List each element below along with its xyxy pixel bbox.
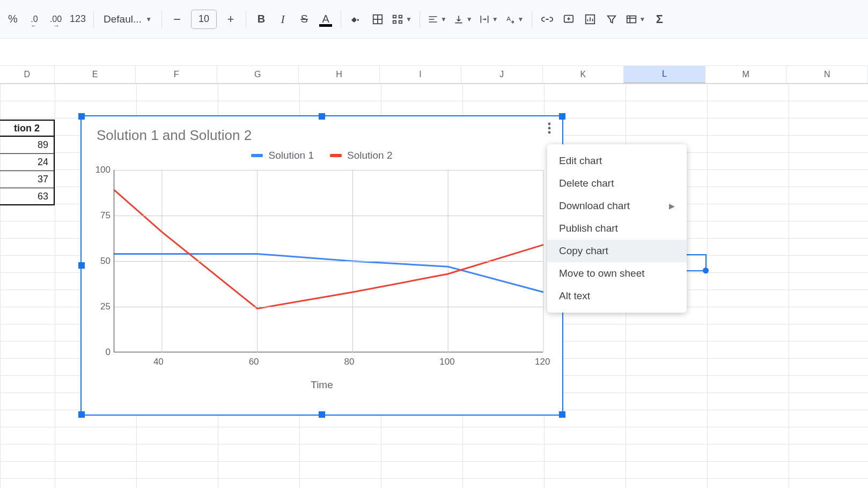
legend-swatch — [330, 154, 342, 157]
bold-button[interactable]: B — [251, 9, 272, 30]
chart-x-axis-label: Time — [311, 379, 333, 391]
percent-label: % — [8, 13, 18, 25]
align-left-icon — [428, 14, 438, 25]
ctx-item-alt-text[interactable]: Alt text — [547, 285, 687, 307]
chart-title: Solution 1 and Solution 2 — [97, 127, 252, 144]
increase-font-size-button[interactable]: + — [220, 9, 241, 30]
x-tick-label: 40 — [153, 357, 164, 367]
y-tick-label: 75 — [92, 210, 111, 221]
column-header-n[interactable]: N — [786, 66, 868, 83]
partial-cell[interactable]: 89 — [0, 137, 55, 154]
merge-icon — [392, 13, 403, 25]
font-size-input[interactable]: 10 — [191, 10, 217, 29]
insert-comment-button[interactable] — [558, 9, 579, 30]
chevron-right-icon: ▶ — [669, 202, 675, 210]
column-header-f[interactable]: F — [136, 66, 217, 83]
vertical-align-button[interactable]: ▼ — [450, 9, 476, 30]
svg-point-7 — [548, 123, 551, 125]
percent-format-button[interactable]: % — [2, 9, 24, 30]
filter-views-button[interactable]: ▼ — [622, 9, 649, 30]
column-header-j[interactable]: J — [461, 66, 543, 83]
paint-bucket-icon — [349, 13, 361, 25]
borders-icon — [372, 13, 384, 25]
text-rotation-button[interactable]: A ▼ — [502, 9, 527, 30]
borders-button[interactable] — [367, 9, 388, 30]
decrease-decimal-button[interactable]: .0 ← — [24, 9, 45, 30]
partial-cell[interactable]: 63 — [0, 188, 55, 205]
chart-more-options-button[interactable] — [542, 121, 557, 136]
svg-point-8 — [548, 127, 551, 130]
ctx-item-publish-chart[interactable]: Publish chart — [547, 217, 687, 240]
partial-cell[interactable]: 24 — [0, 154, 55, 171]
font-family-label: Defaul... — [104, 13, 142, 25]
y-tick-label: 25 — [92, 301, 111, 312]
table-view-icon — [626, 13, 637, 25]
svg-point-9 — [548, 131, 551, 134]
column-header-e[interactable]: E — [55, 66, 136, 83]
chevron-down-icon: ▼ — [518, 16, 524, 23]
ctx-item-download-chart[interactable]: Download chart▶ — [547, 195, 687, 217]
x-tick-label: 80 — [344, 357, 354, 367]
column-header-k[interactable]: K — [543, 66, 624, 83]
series-line — [114, 190, 543, 308]
strikethrough-button[interactable]: S — [293, 9, 315, 30]
chart-icon — [584, 13, 596, 25]
x-tick-label: 60 — [249, 357, 259, 367]
y-tick-label: 100 — [92, 165, 111, 175]
filter-icon — [606, 13, 617, 25]
partial-column-header[interactable]: tion 2 — [0, 120, 55, 137]
series-line — [114, 254, 543, 292]
column-header-i[interactable]: I — [380, 66, 461, 83]
ctx-item-copy-chart[interactable]: Copy chart — [547, 240, 687, 262]
ctx-item-edit-chart[interactable]: Edit chart — [547, 150, 687, 172]
wrap-icon — [479, 14, 490, 25]
comment-plus-icon — [563, 13, 575, 25]
ctx-item-move-to-own-sheet[interactable]: Move to own sheet — [547, 262, 687, 285]
kebab-icon — [548, 122, 551, 134]
svg-rect-6 — [627, 16, 636, 23]
fill-color-button[interactable] — [345, 9, 367, 30]
chevron-down-icon: ▼ — [145, 16, 152, 23]
partial-cell[interactable]: 37 — [0, 171, 55, 188]
increase-decimal-button[interactable]: .00 → — [45, 9, 67, 30]
insert-chart-button[interactable] — [579, 9, 601, 30]
column-header-m[interactable]: M — [705, 66, 787, 83]
column-header-l[interactable]: L — [624, 66, 705, 83]
legend-item-solution-1[interactable]: Solution 1 — [251, 150, 314, 161]
rotate-text-icon: A — [505, 14, 516, 25]
text-wrap-button[interactable]: ▼ — [476, 9, 502, 30]
italic-button[interactable]: I — [272, 9, 293, 30]
x-tick-label: 120 — [535, 357, 550, 367]
column-header-g[interactable]: G — [217, 66, 299, 83]
ctx-item-delete-chart[interactable]: Delete chart — [547, 172, 687, 195]
filter-button[interactable] — [601, 9, 622, 30]
legend-swatch — [251, 154, 263, 157]
chevron-down-icon: ▼ — [406, 16, 412, 23]
valign-bottom-icon — [453, 14, 464, 25]
merge-cells-button[interactable]: ▼ — [388, 9, 415, 30]
chart-context-menu: Edit chartDelete chartDownload chart▶Pub… — [547, 144, 687, 313]
chart-container[interactable]: Solution 1 and Solution 2 Solution 1 Sol… — [80, 115, 563, 416]
legend-item-solution-2[interactable]: Solution 2 — [330, 150, 393, 161]
chevron-down-icon: ▼ — [466, 16, 473, 23]
chart-legend: Solution 1 Solution 2 — [82, 150, 562, 161]
insert-link-button[interactable] — [536, 9, 558, 30]
svg-text:A: A — [506, 15, 511, 22]
chevron-down-icon: ▼ — [492, 16, 498, 23]
column-header-row: DEFGHIJKLMN — [0, 65, 868, 84]
toolbar: % .0 ← .00 → 123 Defaul... ▼ − 10 + B I … — [0, 0, 868, 39]
chart-plot-area — [114, 170, 543, 352]
column-header-d[interactable]: D — [0, 66, 55, 83]
functions-button[interactable]: Σ — [649, 9, 670, 30]
decrease-font-size-button[interactable]: − — [166, 9, 188, 30]
number-format-button[interactable]: 123 — [67, 9, 89, 30]
chevron-down-icon: ▼ — [440, 16, 447, 23]
column-header-h[interactable]: H — [299, 66, 380, 83]
chevron-down-icon: ▼ — [639, 16, 646, 23]
x-tick-label: 100 — [439, 357, 454, 367]
y-tick-label: 50 — [92, 256, 111, 267]
horizontal-align-button[interactable]: ▼ — [424, 9, 450, 30]
y-tick-label: 0 — [92, 347, 111, 358]
text-color-button[interactable]: A — [315, 9, 336, 30]
font-family-select[interactable]: Defaul... ▼ — [98, 9, 157, 30]
